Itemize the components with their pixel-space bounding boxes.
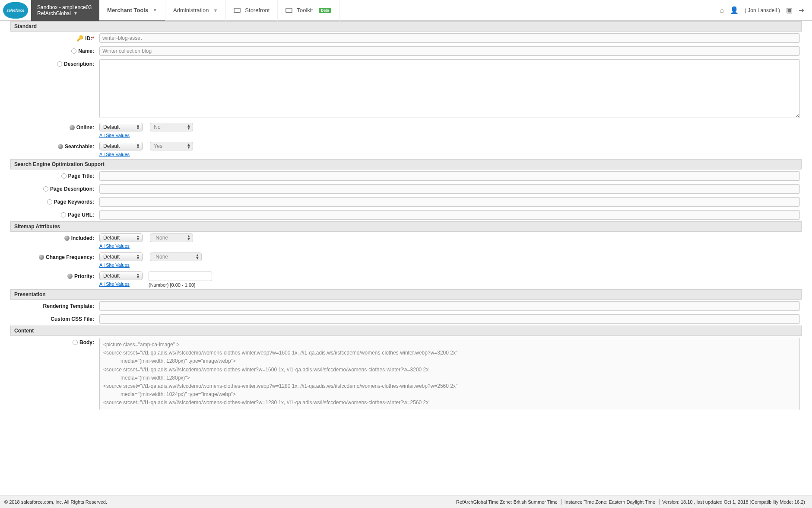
globe-icon <box>61 173 67 179</box>
footer: © 2018 salesforce.com, inc. All Rights R… <box>0 495 812 508</box>
row-searchable: Searchable: Default▲▼ Yes▲▼ All Site Val… <box>10 140 802 159</box>
label-searchable: Searchable: <box>65 144 94 150</box>
id-input[interactable] <box>99 33 800 43</box>
globe-icon <box>71 48 76 54</box>
rendering-template-input[interactable] <box>99 301 800 311</box>
chevron-down-icon: ▼ <box>152 7 157 13</box>
site-icon <box>39 255 44 260</box>
tab-administration[interactable]: Administration ▼ <box>165 0 226 21</box>
package-icon[interactable]: ▣ <box>786 6 793 14</box>
footer-tz2: Instance Time Zone: Eastern Daylight Tim… <box>561 499 658 505</box>
section-header-standard: Standard <box>10 21 802 32</box>
included-scope-select[interactable]: Default▲▼ <box>99 233 143 242</box>
user-icon[interactable]: 👤 <box>730 6 739 14</box>
chevron-down-icon: ▼ <box>73 11 78 16</box>
row-id: 🔑 ID:* <box>10 32 802 45</box>
row-body: Body: <picture class="amp-ca-image" > <s… <box>10 336 802 412</box>
priority-scope-select[interactable]: Default▲▼ <box>99 272 143 280</box>
online-scope-select[interactable]: Default▲▼ <box>99 123 143 131</box>
row-change-frequency: Change Frequency: Default▲▼ -None-▲▼ All… <box>10 251 802 270</box>
user-name-label: ( Jon Lansdell ) <box>745 7 780 13</box>
globe-icon <box>61 212 66 217</box>
globe-icon <box>43 186 48 192</box>
label-priority: Priority: <box>74 273 94 279</box>
footer-right: RefArchGlobal Time Zone: British Summer … <box>456 499 808 505</box>
change-frequency-value-select[interactable]: -None-▲▼ <box>150 252 202 261</box>
logout-icon[interactable]: ➜ <box>799 6 804 14</box>
sandbox-selector[interactable]: Sandbox - amplience03 RefArchGlobal ▼ <box>31 0 99 21</box>
label-page-keywords: Page Keywords: <box>54 199 94 205</box>
section-header-content: Content <box>10 326 802 336</box>
section-header-seo: Search Engine Optimization Support <box>10 159 802 169</box>
label-body: Body: <box>79 339 94 345</box>
footer-copyright: © 2018 salesforce.com, inc. All Rights R… <box>4 499 107 505</box>
monitor-icon <box>234 8 241 13</box>
site-icon <box>64 236 70 241</box>
globe-icon <box>47 199 52 204</box>
searchable-value-select[interactable]: Yes▲▼ <box>150 142 193 150</box>
section-header-presentation: Presentation <box>10 289 802 300</box>
label-custom-css: Custom CSS File: <box>51 316 94 322</box>
row-page-title: Page Title: <box>10 169 802 182</box>
label-page-description: Page Description: <box>50 186 94 192</box>
row-custom-css: Custom CSS File: <box>10 313 802 326</box>
site-icon <box>67 274 73 279</box>
section-header-sitemap: Sitemap Attributes <box>10 221 802 232</box>
tab-toolkit[interactable]: Toolkit Beta <box>278 0 339 21</box>
label-id: ID:* <box>85 35 94 42</box>
change-frequency-all-site-values-link[interactable]: All Site Values <box>99 262 130 268</box>
online-all-site-values-link[interactable]: All Site Values <box>99 133 130 138</box>
priority-input[interactable] <box>149 272 212 281</box>
searchable-scope-select[interactable]: Default▲▼ <box>99 142 143 150</box>
label-page-url: Page URL: <box>68 212 94 218</box>
nav-tabs: Merchant Tools ▼ Administration ▼ Storef… <box>99 0 339 21</box>
site-icon <box>70 125 75 130</box>
salesforce-logo[interactable]: salesforce <box>0 0 31 21</box>
row-page-keywords: Page Keywords: <box>10 195 802 208</box>
label-change-frequency: Change Frequency: <box>46 254 94 260</box>
footer-version: Version: 18.10 , last updated Oct 1, 201… <box>659 499 808 505</box>
globe-icon <box>57 61 62 67</box>
site-icon <box>58 144 63 149</box>
description-input[interactable] <box>99 59 800 118</box>
tab-storefront[interactable]: Storefront <box>226 0 278 21</box>
searchable-all-site-values-link[interactable]: All Site Values <box>99 152 130 157</box>
online-value-select[interactable]: No▲▼ <box>150 123 193 131</box>
row-priority: Priority: Default▲▼ All Site Values (Num… <box>10 270 802 289</box>
included-all-site-values-link[interactable]: All Site Values <box>99 243 130 249</box>
row-online: Online: Default▲▼ No▲▼ All Site Values <box>10 121 802 140</box>
topnav-right: ⌂ 👤 ( Jon Lansdell ) ▣ ➜ <box>720 6 812 14</box>
page-title-input[interactable] <box>99 171 800 181</box>
label-included: Included: <box>71 235 94 241</box>
globe-icon <box>73 340 78 345</box>
priority-all-site-values-link[interactable]: All Site Values <box>99 281 130 287</box>
chevron-down-icon: ▼ <box>213 8 218 13</box>
page-url-input[interactable] <box>99 210 800 220</box>
row-name: Name: <box>10 45 802 58</box>
key-icon: 🔑 <box>76 35 83 42</box>
page-keywords-input[interactable] <box>99 197 800 207</box>
custom-css-input[interactable] <box>99 314 800 324</box>
name-input[interactable] <box>99 46 800 56</box>
top-nav: salesforce Sandbox - amplience03 RefArch… <box>0 0 812 21</box>
label-rendering-template: Rendering Template: <box>43 303 94 309</box>
label-page-title: Page Title: <box>68 173 94 179</box>
row-page-url: Page URL: <box>10 208 802 221</box>
cloud-icon: salesforce <box>3 2 28 19</box>
row-included: Included: Default▲▼ -None-▲▼ All Site Va… <box>10 232 802 251</box>
row-rendering-template: Rendering Template: <box>10 300 802 313</box>
page-description-input[interactable] <box>99 184 800 194</box>
home-icon[interactable]: ⌂ <box>720 6 724 14</box>
label-name: Name: <box>78 48 94 54</box>
monitor-icon <box>285 8 292 13</box>
footer-tz1: RefArchGlobal Time Zone: British Summer … <box>456 499 560 505</box>
body-input[interactable]: <picture class="amp-ca-image" > <source … <box>99 338 800 410</box>
row-description: Description: <box>10 58 802 121</box>
included-value-select[interactable]: -None-▲▼ <box>150 233 193 242</box>
row-page-description: Page Description: <box>10 182 802 195</box>
sandbox-name: Sandbox - amplience03 <box>37 4 92 10</box>
tab-merchant-tools[interactable]: Merchant Tools ▼ <box>99 0 165 22</box>
change-frequency-scope-select[interactable]: Default▲▼ <box>99 252 143 261</box>
label-description: Description: <box>64 61 94 67</box>
site-name: RefArchGlobal ▼ <box>37 10 92 16</box>
